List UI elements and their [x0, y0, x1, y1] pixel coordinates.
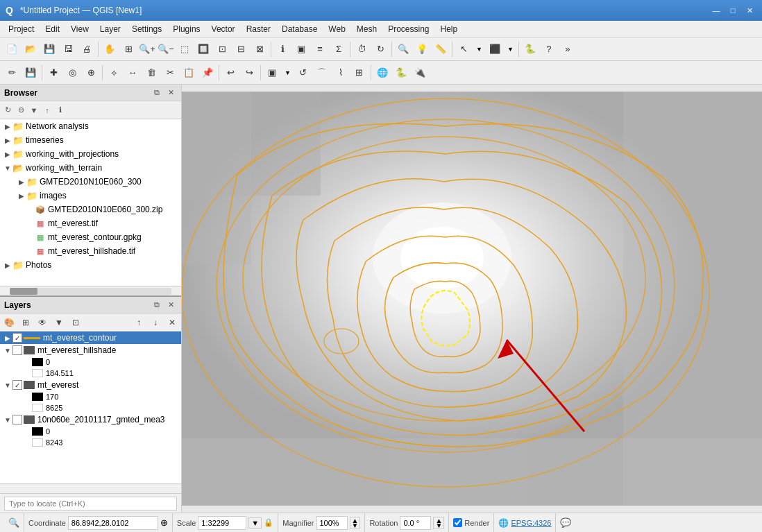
- select-features-button[interactable]: ▣: [292, 40, 310, 58]
- tree-item-photos[interactable]: ▶ 📁 Photos: [0, 258, 181, 272]
- tree-item-hillshade-tif[interactable]: ▦ mt_everest_hillshade.tif: [0, 244, 181, 258]
- menu-web[interactable]: Web: [323, 23, 350, 35]
- deselect-button[interactable]: ⬛: [486, 40, 504, 58]
- menu-edit[interactable]: Edit: [40, 23, 65, 35]
- scale-dropdown-btn[interactable]: ▼: [248, 517, 262, 529]
- add-ring-button[interactable]: ◎: [63, 64, 81, 82]
- plugin-button[interactable]: 🔌: [411, 64, 429, 82]
- menu-layer[interactable]: Layer: [94, 23, 126, 35]
- more-button[interactable]: »: [559, 40, 577, 58]
- layer-item-contour[interactable]: ▶ mt_everest_contour: [0, 332, 181, 344]
- rotate-button[interactable]: ↺: [294, 64, 312, 82]
- filter-layer-button[interactable]: ▼: [51, 315, 67, 330]
- undo-button[interactable]: ↩: [221, 64, 239, 82]
- tree-item-images[interactable]: ▶ 📁 images: [0, 189, 181, 203]
- move-layer-down-button[interactable]: ↓: [148, 315, 163, 330]
- menu-mesh[interactable]: Mesh: [351, 23, 382, 35]
- gmted-checkbox[interactable]: [12, 415, 22, 424]
- menu-processing[interactable]: Processing: [382, 23, 434, 35]
- zoom-to-selection-button[interactable]: 🔲: [194, 40, 212, 58]
- zoom-rubber-band-button[interactable]: ⬚: [176, 40, 194, 58]
- menu-settings[interactable]: Settings: [126, 23, 167, 35]
- open-project-button[interactable]: 📂: [22, 40, 40, 58]
- redo-button[interactable]: ↪: [240, 64, 258, 82]
- zoom-native-button[interactable]: ⊠: [251, 40, 269, 58]
- select-dropdown[interactable]: ▼: [473, 44, 485, 55]
- epsg-label[interactable]: EPSG:4326: [511, 519, 551, 527]
- remove-layer-button[interactable]: ✕: [164, 315, 180, 330]
- minimize-button[interactable]: —: [709, 5, 723, 16]
- mt-everest-checkbox[interactable]: [12, 380, 22, 390]
- maximize-button[interactable]: □: [726, 5, 740, 16]
- menu-project[interactable]: Project: [3, 23, 40, 35]
- node-tool-button[interactable]: ⟡: [105, 64, 123, 82]
- cut-features-button[interactable]: ✂: [161, 64, 179, 82]
- tree-item-contour-gpkg[interactable]: ▦ mt_everest_contour.gpkg: [0, 230, 181, 244]
- add-group-button[interactable]: ⊞: [18, 315, 33, 330]
- save-button[interactable]: 💾: [40, 40, 58, 58]
- browser-float-button[interactable]: ⧉: [151, 87, 163, 99]
- split-button[interactable]: ⌇: [332, 64, 350, 82]
- browser-collapse-button[interactable]: ⊖: [15, 104, 27, 117]
- refresh-button[interactable]: ↻: [371, 40, 389, 58]
- menu-view[interactable]: View: [65, 23, 94, 35]
- open-layer-styler-button[interactable]: 🎨: [1, 315, 17, 330]
- pan-to-selection-button[interactable]: ⊞: [119, 40, 137, 58]
- browser-up-button[interactable]: ↑: [41, 104, 53, 117]
- render-checkbox[interactable]: [453, 518, 462, 527]
- zoom-in-button[interactable]: 🔍+: [138, 40, 156, 58]
- zoom-all-button[interactable]: ⊟: [232, 40, 250, 58]
- save-edit-button[interactable]: 💾: [22, 64, 40, 82]
- add-feature-button[interactable]: ✚: [44, 64, 62, 82]
- magnifier-input[interactable]: [316, 516, 348, 530]
- delete-selected-button[interactable]: 🗑: [142, 64, 160, 82]
- measure-button[interactable]: 📏: [432, 40, 450, 58]
- layers-float-button[interactable]: ⧉: [151, 299, 163, 311]
- browser-close-button[interactable]: ✕: [164, 87, 177, 99]
- tree-item-terrain[interactable]: ▼ 📂 working_with_terrain: [0, 161, 181, 175]
- menu-database[interactable]: Database: [276, 23, 323, 35]
- layer-item-hillshade[interactable]: ▼ mt_everest_hillshade: [0, 344, 181, 357]
- tree-item-gmted[interactable]: ▶ 📁 GMTED2010N10E060_300: [0, 175, 181, 189]
- hillshade-checkbox[interactable]: [12, 345, 22, 355]
- help-button[interactable]: ?: [540, 40, 558, 58]
- close-button[interactable]: ✕: [743, 5, 756, 16]
- menu-plugins[interactable]: Plugins: [167, 23, 205, 35]
- menu-vector[interactable]: Vector: [206, 23, 241, 35]
- move-layer-up-button[interactable]: ↑: [131, 315, 146, 330]
- filter-by-map-button[interactable]: ⊡: [68, 315, 83, 330]
- tree-item-network[interactable]: ▶ 📁 Network analysis: [0, 119, 181, 133]
- tree-item-projections[interactable]: ▶ 📁 working_with_projections: [0, 147, 181, 161]
- python-button[interactable]: 🐍: [521, 40, 539, 58]
- pan-button[interactable]: ✋: [101, 40, 119, 58]
- new-project-button[interactable]: 📄: [3, 40, 21, 58]
- tree-item-timeseries[interactable]: ▶ 📁 timeseries: [0, 133, 181, 147]
- coordinate-input[interactable]: [68, 516, 158, 530]
- move-feature-button[interactable]: ↔: [124, 64, 142, 82]
- simplify-button[interactable]: ⌒: [313, 64, 331, 82]
- edit-toggle-button[interactable]: ✏: [3, 64, 21, 82]
- python2-button[interactable]: 🐍: [392, 64, 410, 82]
- rotation-input[interactable]: [400, 516, 431, 530]
- paste-features-button[interactable]: 📌: [198, 64, 217, 82]
- rotation-spinner[interactable]: ▲ ▼: [433, 517, 444, 529]
- layer-item-mt-everest[interactable]: ▼ mt_everest: [0, 379, 181, 391]
- select-edit-button[interactable]: ▣: [263, 64, 281, 82]
- locate-button[interactable]: 🔍: [394, 40, 412, 58]
- statistical-summary-button[interactable]: Σ: [330, 40, 348, 58]
- locate-input[interactable]: [4, 497, 177, 510]
- browser-filter-button[interactable]: ▼: [28, 104, 40, 117]
- contour-checkbox[interactable]: [12, 333, 22, 343]
- identify-button[interactable]: ℹ: [273, 40, 291, 58]
- deselect-dropdown[interactable]: ▼: [505, 44, 516, 55]
- menu-help[interactable]: Help: [435, 23, 464, 35]
- map-area[interactable]: [182, 85, 762, 513]
- copy-features-button[interactable]: 📋: [180, 64, 198, 82]
- open-attribute-button[interactable]: ≡: [311, 40, 329, 58]
- magnifier-spinner[interactable]: ▲ ▼: [350, 517, 361, 529]
- layers-scrollbar[interactable]: [0, 483, 181, 493]
- globe-button[interactable]: 🌐: [373, 64, 391, 82]
- tips-button[interactable]: 💡: [413, 40, 431, 58]
- select-edit-dropdown[interactable]: ▼: [282, 67, 294, 78]
- menu-raster[interactable]: Raster: [241, 23, 276, 35]
